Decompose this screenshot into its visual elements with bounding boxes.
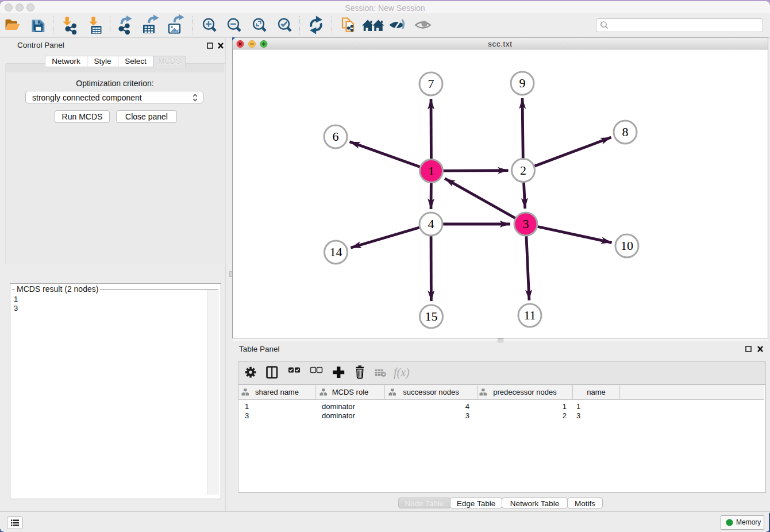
svg-text:3: 3 [523, 217, 529, 231]
svg-text:8: 8 [622, 125, 629, 139]
svg-text:1: 1 [428, 164, 434, 178]
svg-text:11: 11 [523, 308, 536, 322]
svg-text:10: 10 [621, 238, 633, 253]
svg-text:14: 14 [330, 245, 342, 259]
svg-text:7: 7 [428, 76, 434, 91]
svg-text:4: 4 [428, 217, 434, 231]
svg-text:15: 15 [425, 309, 438, 323]
svg-text:6: 6 [333, 129, 339, 144]
svg-text:f(x): f(x) [394, 366, 410, 379]
svg-text:9: 9 [519, 76, 526, 90]
svg-text:2: 2 [520, 163, 526, 178]
